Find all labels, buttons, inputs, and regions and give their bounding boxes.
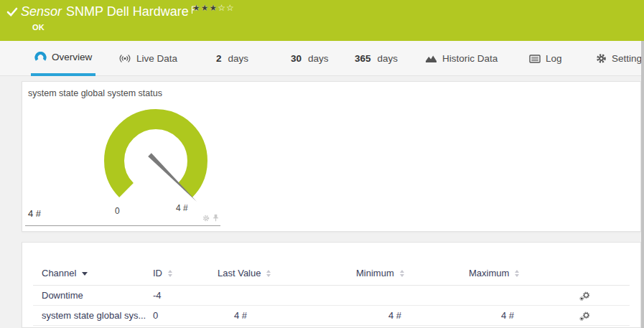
gauge-icon [34, 52, 47, 62]
tab-historic-data-label: Historic Data [442, 53, 498, 64]
sort-icon [168, 270, 172, 277]
scrollbar[interactable] [641, 41, 644, 328]
column-header-minimum-label: Minimum [356, 268, 394, 278]
cell-channel: Downtime [42, 290, 83, 301]
sort-icon [515, 270, 519, 277]
area-chart-icon [425, 55, 437, 63]
tab-bar: Overview Live Data 2 days 30 days 365 da… [0, 41, 644, 76]
cell-channel: system state global sys... [42, 310, 146, 321]
priority-stars-filled: ★★★ [192, 3, 218, 13]
tab-overview-label: Overview [52, 52, 92, 62]
column-header-maximum[interactable]: Maximum [469, 268, 519, 278]
tab-live-data-label: Live Data [136, 53, 177, 64]
gauge-divider [25, 225, 220, 226]
channel-settings-gears-icon[interactable] [579, 291, 590, 304]
tab-settings-label: Settings [612, 53, 644, 64]
tab-365-days-label: days [378, 53, 398, 64]
tab-live-data[interactable]: Live Data [115, 41, 181, 76]
cell-last-value: 4 # [234, 310, 247, 321]
page-title: SensorSNMP Dell Hardware [21, 3, 189, 20]
tab-historic-data[interactable]: Historic Data [421, 41, 501, 76]
gauge-chart [91, 105, 220, 212]
tab-365-days-number: 365 [355, 53, 371, 64]
channel-settings-gears-icon[interactable] [579, 311, 590, 324]
column-header-last-value[interactable]: Last Value [218, 268, 271, 278]
column-header-id[interactable]: ID [153, 268, 172, 278]
tab-30-days-label: days [308, 53, 329, 64]
cell-minimum: 4 # [388, 310, 401, 321]
tab-overview[interactable]: Overview [31, 41, 95, 76]
table-row-downtime[interactable]: Downtime -4 [33, 286, 630, 306]
tab-log-label: Log [546, 53, 562, 64]
gear-icon[interactable] [202, 215, 210, 222]
cell-id: -4 [153, 290, 162, 301]
column-header-channel[interactable]: Channel [42, 268, 88, 278]
object-kind-label: Sensor [21, 4, 62, 19]
priority-stars-empty: ☆☆ [218, 3, 235, 13]
column-header-id-label: ID [153, 268, 162, 278]
check-icon [6, 7, 18, 20]
gauge-current-value: 4 # [28, 208, 41, 219]
tab-log[interactable]: Log [526, 41, 566, 76]
table-header-row: Channel ID Last Value Minimum Maximum [33, 243, 630, 286]
table-row-system-state[interactable]: system state global sys... 0 4 # 4 # 4 # [33, 306, 630, 326]
sensor-name: SNMP Dell Hardware [66, 4, 189, 19]
gauge-max-label: 4 # [176, 203, 188, 213]
status-badge: OK [32, 23, 45, 32]
gauge-toolbar [202, 214, 219, 222]
pin-icon[interactable] [213, 214, 219, 222]
column-header-minimum[interactable]: Minimum [356, 268, 404, 278]
tab-365-days[interactable]: 365 days [351, 41, 401, 76]
gauge-min-label: 0 [115, 206, 120, 216]
channel-table-panel: Channel ID Last Value Minimum Maximum Do… [22, 242, 641, 328]
tab-2-days-number: 2 [216, 53, 222, 64]
cell-maximum: 4 # [501, 310, 514, 321]
gauge-panel: system state global system status 0 4 # … [22, 81, 641, 232]
tab-2-days[interactable]: 2 days [213, 41, 252, 76]
tab-30-days[interactable]: 30 days [287, 41, 332, 76]
sort-desc-icon [82, 272, 88, 276]
gauge-title: system state global system status [28, 88, 162, 98]
column-header-channel-label: Channel [42, 268, 76, 278]
column-header-last-value-label: Last Value [218, 268, 261, 278]
sensor-header: SensorSNMP Dell Hardware ★★★☆☆ OK [0, 0, 644, 41]
sort-icon [400, 270, 404, 277]
tab-settings[interactable]: Settings [592, 41, 644, 76]
broadcast-icon [118, 54, 131, 63]
column-header-maximum-label: Maximum [469, 268, 509, 278]
gear-icon [596, 53, 607, 64]
sort-icon [266, 270, 271, 277]
tab-30-days-number: 30 [291, 53, 302, 64]
log-icon [529, 55, 541, 63]
cell-id: 0 [153, 310, 158, 321]
priority-stars[interactable]: ★★★☆☆ [192, 3, 235, 13]
tab-2-days-label: days [228, 53, 249, 64]
